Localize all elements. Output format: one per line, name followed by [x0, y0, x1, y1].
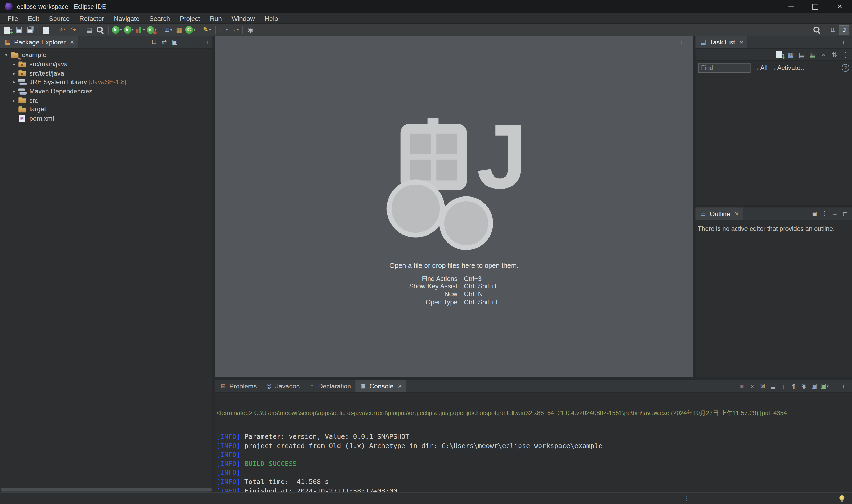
- hide-completed-button[interactable]: ×: [818, 50, 829, 60]
- tree-item-src-main-java[interactable]: ▸src/main/java: [0, 60, 213, 69]
- close-view-icon[interactable]: [734, 210, 739, 218]
- open-perspective-button[interactable]: ⊞: [828, 25, 838, 35]
- redo-button[interactable]: ↷: [68, 25, 78, 35]
- run-external-tools-button[interactable]: ▶▾: [146, 25, 157, 35]
- window-close-button[interactable]: [828, 0, 852, 13]
- open-console-icon[interactable]: ▣▾: [820, 381, 829, 391]
- maximize-icon[interactable]: □: [840, 38, 850, 47]
- sash[interactable]: [693, 36, 695, 377]
- sort-button[interactable]: ⇅: [829, 50, 839, 60]
- clear-console-icon[interactable]: ▤: [768, 381, 778, 391]
- package-explorer-tab[interactable]: Package Explorer: [0, 36, 78, 49]
- scroll-lock-icon[interactable]: ↓: [779, 381, 788, 391]
- pin-console-icon[interactable]: ◉: [799, 381, 809, 391]
- menu-run[interactable]: Run: [205, 13, 227, 23]
- menu-edit[interactable]: Edit: [23, 13, 44, 23]
- notification-icon[interactable]: [839, 496, 844, 500]
- task-view-menu-icon[interactable]: ⋮: [840, 50, 850, 60]
- minimize-icon[interactable]: –: [191, 38, 200, 47]
- close-view-icon[interactable]: [398, 382, 402, 390]
- javadoc-wizard-button[interactable]: ✎▾: [202, 25, 212, 35]
- minimize-icon[interactable]: –: [668, 38, 677, 47]
- menu-window[interactable]: Window: [227, 13, 260, 23]
- new-task-button[interactable]: +▾: [775, 50, 785, 60]
- java-perspective-button[interactable]: J: [839, 25, 849, 35]
- print-button[interactable]: [41, 25, 51, 35]
- outline-tab[interactable]: Outline: [695, 208, 743, 220]
- scheduled-button[interactable]: ▤: [797, 50, 807, 60]
- maximize-icon[interactable]: □: [840, 209, 850, 218]
- search-button[interactable]: [95, 25, 105, 35]
- tab-declaration[interactable]: ≡Declaration: [304, 380, 355, 392]
- close-view-icon[interactable]: [739, 38, 743, 46]
- tab-problems[interactable]: ⊞Problems: [215, 380, 261, 392]
- minimize-icon[interactable]: –: [830, 209, 839, 218]
- tree-item-pom-xml[interactable]: pom.xml: [0, 114, 213, 123]
- task-find-input[interactable]: [698, 63, 750, 73]
- display-selected-console-icon[interactable]: ▣: [810, 381, 819, 391]
- menu-project[interactable]: Project: [175, 13, 205, 23]
- menu-help[interactable]: Help: [260, 13, 283, 23]
- menu-source[interactable]: Source: [44, 13, 74, 23]
- debug-button[interactable]: ▶▾: [111, 25, 123, 35]
- scrollbar-thumb[interactable]: [1, 488, 212, 491]
- close-view-icon[interactable]: [70, 38, 74, 46]
- help-icon[interactable]: [841, 64, 849, 72]
- tree-item-target[interactable]: target: [0, 105, 213, 114]
- maximize-icon[interactable]: □: [840, 381, 850, 391]
- menu-navigate[interactable]: Navigate: [109, 13, 144, 23]
- tree-item-maven-dependencies[interactable]: ▸Maven Dependencies: [0, 87, 213, 96]
- back-button[interactable]: ←▾: [218, 25, 229, 35]
- tab-console[interactable]: ▣Console: [355, 380, 406, 392]
- focus-icon[interactable]: ▣: [810, 209, 819, 218]
- categorized-button[interactable]: ▦: [786, 50, 796, 60]
- collapse-all-icon[interactable]: ⊟: [149, 38, 159, 47]
- tree-item-example[interactable]: ▾Mexample: [0, 51, 213, 60]
- save-all-button[interactable]: [24, 25, 35, 35]
- focus-workweek-button[interactable]: ▦: [807, 50, 818, 60]
- link-with-editor-icon[interactable]: ⇄: [160, 38, 169, 47]
- new-package-button[interactable]: ▦: [174, 25, 184, 35]
- coverage-button[interactable]: ▾: [135, 25, 145, 35]
- new-class-button[interactable]: C▾: [185, 25, 196, 35]
- tree-item-jre-system-library[interactable]: ▸JRE System Library[JavaSE-1.8]: [0, 78, 213, 87]
- terminate-icon[interactable]: ■: [738, 381, 747, 391]
- horizontal-scrollbar[interactable]: [0, 487, 213, 492]
- new-java-project-button[interactable]: ⊞▾: [163, 25, 173, 35]
- tab-javadoc[interactable]: @Javadoc: [261, 380, 304, 392]
- maximize-icon[interactable]: □: [201, 38, 210, 47]
- window-maximize-button[interactable]: [803, 0, 828, 13]
- save-button[interactable]: [14, 25, 24, 35]
- pin-editor-button[interactable]: ◉: [245, 25, 256, 35]
- focus-icon[interactable]: ▣: [170, 38, 179, 47]
- sash[interactable]: [695, 205, 852, 208]
- tree-item-src[interactable]: ▸src: [0, 96, 213, 105]
- view-menu-icon[interactable]: ⋮: [180, 38, 190, 47]
- forward-button[interactable]: →▾: [229, 25, 239, 35]
- word-wrap-icon[interactable]: ¶: [789, 381, 798, 391]
- menu-refactor[interactable]: Refactor: [75, 13, 109, 23]
- activate-link[interactable]: Activate...: [777, 64, 806, 72]
- remove-launch-icon[interactable]: ×: [748, 381, 757, 391]
- window-minimize-button[interactable]: [779, 0, 803, 13]
- open-console-button[interactable]: ▤: [84, 25, 94, 35]
- tree-item-src-test-java[interactable]: ▸src/test/java: [0, 69, 213, 78]
- maximize-icon[interactable]: □: [679, 38, 688, 47]
- quick-search-button[interactable]: [812, 25, 822, 35]
- editor-area[interactable]: –□ J Open a file: [215, 36, 693, 377]
- scope-all-link[interactable]: All: [760, 64, 767, 72]
- status-overflow-icon[interactable]: [684, 494, 690, 502]
- sash[interactable]: [215, 377, 852, 380]
- task-list-tab[interactable]: Task List: [695, 36, 747, 49]
- menu-search[interactable]: Search: [144, 13, 175, 23]
- menu-file[interactable]: File: [3, 13, 23, 23]
- view-menu-icon[interactable]: ⋮: [820, 209, 829, 218]
- sash[interactable]: [213, 36, 215, 492]
- remove-all-launches-icon[interactable]: ⊠: [758, 381, 767, 391]
- minimize-icon[interactable]: –: [830, 38, 839, 47]
- undo-button[interactable]: ↶: [57, 25, 67, 35]
- run-button[interactable]: ▶▾: [123, 25, 134, 35]
- console-output[interactable]: <terminated> C:\Users\meowr\scoop\apps\e…: [215, 393, 852, 492]
- minimize-icon[interactable]: –: [830, 381, 839, 391]
- new-wizard-button[interactable]: +▾: [3, 25, 13, 35]
